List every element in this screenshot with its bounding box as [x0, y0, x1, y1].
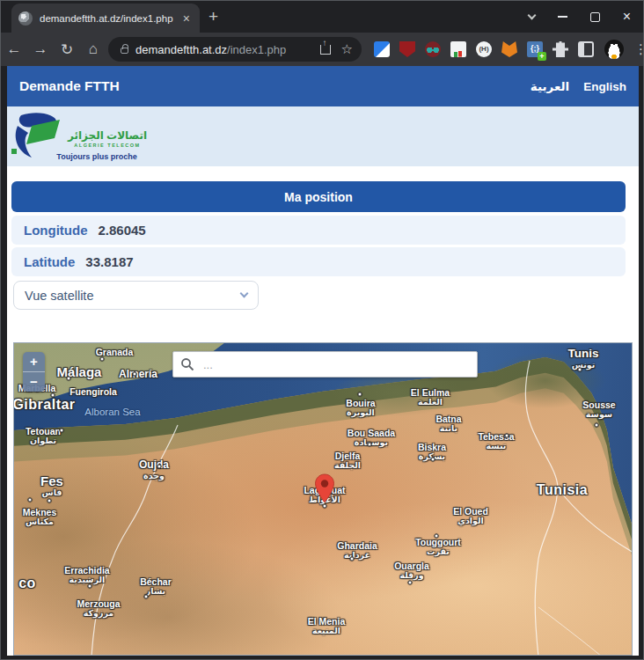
map-town-dot — [431, 458, 435, 462]
share-icon[interactable] — [320, 45, 331, 55]
algerie-telecom-logo: اتصالات الجزائر ALGERIE TELECOM Toujours… — [9, 112, 185, 163]
zoom-out-button[interactable]: − — [23, 372, 45, 392]
nerd-face-extension-icon[interactable] — [425, 41, 441, 57]
map-town-dot — [358, 392, 362, 397]
map-view-select-value: Vue satellite — [25, 289, 93, 303]
maximize-button[interactable] — [590, 12, 600, 22]
map-town-dot — [578, 368, 582, 372]
map-town-dot — [408, 581, 413, 585]
map-label-djelfa: Djelfaالجلفة — [334, 451, 361, 471]
browser-tab[interactable]: demandeftth.at.dz/index1.php × — [11, 4, 200, 33]
map-canvas[interactable]: GranadaMálagaAlmeríaMarbellaFuengirolaGi… — [13, 342, 633, 656]
page-title: Demande FTTH — [19, 78, 120, 94]
map-label-alboran-sea: Alboran Sea — [84, 407, 140, 418]
map-label-bouira: Bouiraالبويرة — [346, 398, 375, 418]
map-view-select[interactable]: Vue satellite — [13, 281, 259, 310]
tab-close-icon[interactable]: × — [180, 11, 193, 26]
map-town-dot — [435, 534, 439, 539]
map-label-touggourt: Touggourtتقرت — [415, 537, 461, 557]
map-label-almería: Almería — [119, 369, 157, 381]
map-town-dot — [323, 504, 327, 509]
map-town-dot — [51, 393, 55, 398]
map-label-co: co — [18, 576, 36, 591]
svg-text:اتصالات الجزائر: اتصالات الجزائر — [67, 129, 147, 142]
close-window-button[interactable]: × — [623, 10, 631, 24]
lock-icon[interactable] — [121, 48, 128, 54]
url-text[interactable]: demandeftth.at.dz/index1.php — [135, 43, 286, 56]
map-label-tetouan: Tetouanتطوان — [26, 426, 61, 446]
latitude-label: Latitude — [24, 254, 75, 269]
map-label-el-eulma: El Eulmaالعلمة — [411, 387, 450, 407]
map-label-granada: Granada — [96, 347, 134, 357]
h-circle-extension-icon[interactable] — [476, 41, 492, 57]
map-town-dot — [595, 423, 599, 428]
map-town-dot — [28, 498, 33, 502]
my-position-button[interactable]: Ma position — [11, 181, 626, 212]
map-label-tebessa: Tebessaتبسة — [478, 431, 514, 451]
map-label-tunisia: Tunisia — [537, 482, 588, 498]
latitude-value: 33.8187 — [85, 254, 133, 269]
location-marker-pin[interactable] — [314, 473, 335, 503]
screenshot-tool-extension-icon[interactable] — [374, 41, 390, 57]
map-label-merzouga: Merzougaمرزوكة — [77, 598, 120, 619]
lang-english-link[interactable]: English — [583, 80, 626, 93]
back-button[interactable]: ← — [1, 40, 27, 58]
new-tab-button[interactable]: + — [209, 8, 218, 26]
reload-button[interactable]: ↻ — [54, 40, 80, 59]
home-button[interactable]: ⌂ — [80, 40, 106, 58]
tab-title: demandeftth.at.dz/index1.php — [40, 13, 173, 24]
metamask-extension-icon[interactable] — [501, 41, 517, 57]
json-formatter-extension-icon[interactable] — [527, 41, 543, 57]
browser-menu-icon[interactable]: ⋮ — [634, 41, 644, 57]
map-label-meknes: Meknesمكناس — [23, 507, 57, 527]
map-label-fuengirola: Fuengirola — [70, 386, 117, 397]
map-label-el-oued: El Ouedالوادي — [453, 506, 488, 526]
map-town-dot — [60, 429, 64, 433]
map-label-ouargla: Ouarglaورقلة — [394, 561, 429, 581]
extensions-puzzle-extension-icon[interactable] — [553, 41, 568, 57]
map-town-dot — [100, 357, 105, 362]
bookmark-star-icon[interactable]: ☆ — [341, 41, 353, 57]
map-label-fes: Fesفاس — [40, 473, 63, 498]
map-town-dot — [157, 465, 162, 469]
map-label-tunis: Tunisتونس — [568, 347, 599, 370]
side-panel-extension-icon[interactable] — [578, 41, 594, 57]
logo-band: اتصالات الجزائر ALGERIE TELECOM Toujours… — [7, 106, 639, 166]
browser-window: demandeftth.at.dz/index1.php × + × ← → ↻… — [0, 0, 644, 660]
map-search-box — [172, 351, 478, 378]
svg-text:ALGERIE TELECOM: ALGERIE TELECOM — [74, 143, 140, 148]
map-town-dot — [48, 499, 52, 503]
search-icon — [180, 357, 194, 371]
map-town-dot — [133, 372, 137, 377]
map-town-dot — [350, 557, 355, 561]
map-label-batna: Batnaباتنة — [435, 414, 461, 434]
zoom-in-button[interactable]: + — [23, 352, 45, 371]
map-zoom-control: + − — [23, 352, 45, 392]
forward-button[interactable]: → — [27, 40, 54, 58]
web-page: Demande FTTH العربية English اتصالات الج… — [7, 66, 639, 656]
map-town-dot — [88, 584, 92, 589]
map-label-sousse: Sousseسوسة — [582, 400, 615, 420]
map-label-gibraltar: Gibraltar — [13, 397, 76, 413]
address-bar[interactable]: demandeftth.at.dz/index1.php ☆ — [108, 37, 362, 62]
map-town-dot — [368, 443, 372, 447]
lang-arabic-link[interactable]: العربية — [531, 79, 569, 93]
minimize-button[interactable] — [558, 16, 567, 18]
globe-favicon-icon — [18, 11, 33, 26]
map-label-béchar: Bécharبشار — [140, 576, 172, 597]
page-chart-extension-icon[interactable] — [450, 41, 466, 57]
longitude-value: 2.86045 — [98, 223, 145, 238]
map-town-dot — [67, 377, 71, 381]
map-label-málaga: Málaga — [57, 364, 102, 379]
latitude-row: Latitude 33.8187 — [11, 247, 626, 276]
map-label-el-menia: El Meniaالمنيعة — [308, 616, 346, 636]
ublock-origin-extension-icon[interactable] — [399, 41, 415, 57]
map-label-oujda: Oujdaوجدة — [139, 459, 169, 481]
map-label-ghardaia: Ghardaiaغرداية — [337, 540, 377, 561]
tab-search-chevron-icon[interactable] — [527, 11, 536, 20]
longitude-row: Longitude 2.86045 — [11, 216, 626, 245]
map-search-input[interactable] — [172, 351, 478, 378]
map-town-dot — [144, 595, 149, 599]
site-header: Demande FTTH العربية English — [7, 66, 639, 106]
profile-avatar[interactable] — [604, 40, 624, 59]
